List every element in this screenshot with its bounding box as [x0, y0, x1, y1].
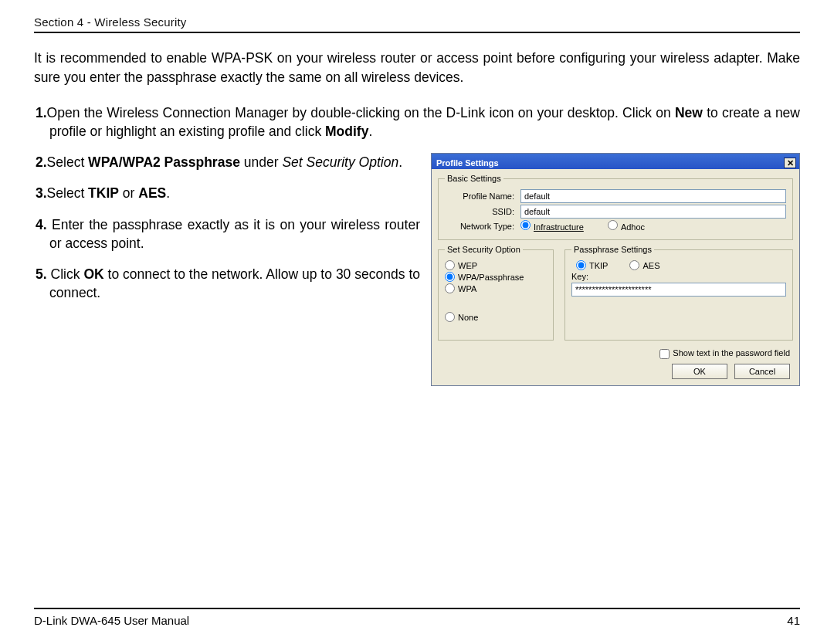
network-type-options: Infrastructure Adhoc — [520, 220, 786, 232]
radio-adhoc[interactable] — [608, 220, 618, 230]
step-2-text-b: under — [240, 154, 282, 170]
footer-left: D-Link DWA-645 User Manual — [34, 614, 189, 627]
radio-none-label: None — [458, 313, 478, 322]
key-input[interactable] — [571, 283, 786, 297]
passphrase-settings-group: Passphrase Settings TKIP AES Key: — [564, 245, 793, 341]
step-3-num: 3. — [36, 185, 47, 201]
step-1-new: New — [675, 105, 703, 120]
step-3-tkip: TKIP — [88, 185, 119, 201]
step-5-num: 5. — [36, 266, 47, 282]
step-2-num: 2. — [36, 154, 47, 170]
step-1-text-a: Open the Wireless Connection Manager by … — [47, 105, 675, 120]
ssid-label: SSID: — [445, 207, 514, 216]
radio-wpa-passphrase-label: WPA/Passphrase — [458, 273, 524, 282]
step-5-text-a: Click — [47, 266, 84, 282]
radio-aes-label: AES — [642, 261, 659, 270]
dialog-titlebar[interactable]: Profile Settings ✕ — [432, 154, 799, 169]
security-option-legend: Set Security Option — [445, 245, 523, 254]
step-3-text-c: . — [166, 185, 170, 201]
page-footer: D-Link DWA-645 User Manual 41 — [34, 608, 800, 627]
step-2-text-a: Select — [47, 154, 89, 170]
step-2-text-c: . — [398, 154, 402, 170]
radio-infrastructure[interactable] — [520, 220, 531, 230]
dialog-body: Basic Settings Profile Name: SSID: Netwo… — [432, 169, 799, 385]
security-option-group: Set Security Option WEP WPA/Passphrase W… — [438, 245, 554, 341]
profile-name-input[interactable] — [520, 189, 786, 203]
show-password-row: Show text in the password field — [438, 348, 790, 359]
key-label: Key: — [571, 272, 588, 281]
basic-settings-legend: Basic Settings — [445, 174, 503, 183]
step-1: 1.Open the Wireless Connection Manager b… — [34, 103, 800, 141]
ssid-input[interactable] — [520, 205, 786, 219]
network-type-label: Network Type: — [445, 222, 514, 231]
step-1-modify: Modify — [325, 124, 368, 139]
intro-paragraph: It is recommended to enable WPA-PSK on y… — [34, 49, 800, 86]
close-icon[interactable]: ✕ — [784, 158, 796, 168]
step-2-wpa: WPA/WPA2 Passphrase — [88, 154, 240, 170]
step-5-text-b: to connect to the network. Allow up to 3… — [49, 266, 420, 300]
passphrase-settings-legend: Passphrase Settings — [571, 245, 654, 254]
security-row: Set Security Option WEP WPA/Passphrase W… — [438, 245, 793, 345]
radio-infrastructure-label: Infrastructure — [534, 222, 584, 232]
step-3-text-a: Select — [47, 185, 89, 201]
radio-wep[interactable] — [445, 260, 455, 270]
dialog-buttons: OK Cancel — [438, 364, 793, 379]
radio-aes[interactable] — [629, 260, 639, 270]
footer-page-number: 41 — [787, 614, 800, 627]
step-4-num: 4. — [36, 217, 47, 232]
cancel-button[interactable]: Cancel — [734, 364, 790, 379]
profile-settings-dialog: Profile Settings ✕ Basic Settings Profil… — [431, 153, 800, 386]
dialog-title: Profile Settings — [436, 158, 499, 168]
step-3-text-b: or — [119, 185, 138, 201]
step-5-ok: OK — [83, 266, 103, 282]
radio-wpa-passphrase[interactable] — [445, 272, 455, 282]
radio-wep-label: WEP — [458, 261, 477, 270]
step-3-aes: AES — [138, 185, 166, 201]
section-header: Section 4 - Wireless Security — [34, 15, 800, 33]
radio-adhoc-label: Adhoc — [621, 222, 645, 232]
dialog-screenshot: Profile Settings ✕ Basic Settings Profil… — [431, 153, 800, 386]
step-1-text-c: . — [368, 124, 372, 139]
radio-none[interactable] — [445, 312, 455, 322]
step-2-option: Set Security Option — [282, 154, 398, 170]
step-4-text: Enter the passphrase exactly as it is on… — [47, 217, 420, 251]
radio-tkip-label: TKIP — [589, 261, 608, 270]
ok-button[interactable]: OK — [672, 364, 727, 379]
radio-wpa[interactable] — [445, 283, 455, 293]
show-password-label: Show text in the password field — [673, 348, 790, 358]
step-1-num: 1. — [36, 105, 47, 120]
radio-wpa-label: WPA — [458, 284, 476, 293]
basic-settings-group: Basic Settings Profile Name: SSID: Netwo… — [438, 174, 793, 240]
profile-name-label: Profile Name: — [445, 192, 514, 201]
show-password-checkbox[interactable] — [659, 349, 670, 359]
radio-tkip[interactable] — [576, 260, 586, 270]
